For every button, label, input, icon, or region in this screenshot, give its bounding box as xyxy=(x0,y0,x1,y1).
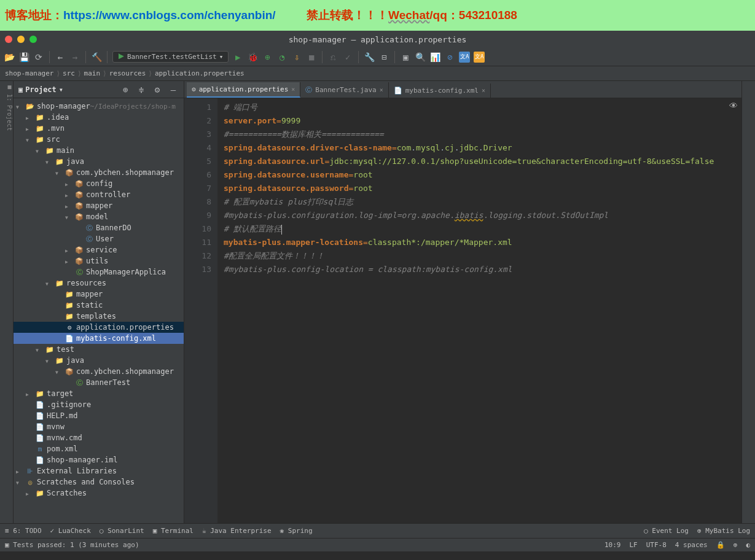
tree-item[interactable]: 📄mybatis-config.xml xyxy=(14,333,184,344)
tree-item[interactable]: mpom.xml xyxy=(14,443,184,454)
search-icon[interactable]: 🔍 xyxy=(415,52,426,63)
tree-item[interactable]: ⒸBannerTest xyxy=(14,377,184,388)
left-tool-rail[interactable]: ■ 1: Project ⊡ 7: Structure ★ 2: Favorit… xyxy=(0,81,14,523)
editor-tab[interactable]: ⒸBannerTest.java× xyxy=(300,82,388,98)
tool-window-tab[interactable]: ▣ Terminal xyxy=(153,527,194,535)
status-cell[interactable]: 🔒 xyxy=(716,541,725,549)
status-cell[interactable]: ⊕ xyxy=(733,541,738,549)
profile-icon[interactable]: ◔ xyxy=(276,52,288,63)
minimize-window-icon[interactable] xyxy=(17,36,25,43)
back-icon[interactable]: ← xyxy=(55,52,66,63)
translate-icon[interactable]: 文A xyxy=(459,52,470,63)
tree-item[interactable]: ⊪External Libraries xyxy=(14,465,184,476)
tree-item[interactable]: 📁mapper xyxy=(14,289,184,300)
gear-icon[interactable]: ⚙ xyxy=(152,84,163,95)
hide-icon[interactable]: — xyxy=(168,84,179,95)
code-editor[interactable]: 👁 12345678910111213 # 端口号server.port=999… xyxy=(184,98,741,523)
tree-item[interactable]: 📦com.ybchen.shopmanager xyxy=(14,167,184,178)
tree-item[interactable]: 📄shop-manager.iml xyxy=(14,454,184,465)
breadcrumb-item[interactable]: application.properties xyxy=(155,69,249,77)
tree-item[interactable]: 📁test xyxy=(14,344,184,355)
status-cell[interactable]: 4 spaces xyxy=(675,541,708,549)
close-tab-icon[interactable]: × xyxy=(380,87,383,93)
vcs-icon[interactable]: ⎌ xyxy=(327,52,338,63)
maximize-window-icon[interactable] xyxy=(29,36,37,43)
status-cell[interactable]: ◐ xyxy=(746,541,750,549)
tree-item[interactable]: 📄mvnw.cmd xyxy=(14,432,184,443)
status-cell[interactable]: UTF-8 xyxy=(646,541,667,549)
breadcrumb-item[interactable]: main xyxy=(84,69,109,77)
tree-item[interactable]: 📦service xyxy=(14,244,184,255)
window-traffic-lights[interactable] xyxy=(5,36,37,43)
project-view-selector[interactable]: ▣ Project ▾ xyxy=(18,85,63,94)
translate2-icon[interactable]: 文A xyxy=(474,52,485,63)
tool-window-tab[interactable]: ❀ Spring xyxy=(280,527,313,535)
breadcrumb-item[interactable]: src xyxy=(63,69,84,77)
tree-item[interactable]: ⚙application.properties xyxy=(14,322,184,333)
tree-item[interactable]: 📄.gitignore xyxy=(14,399,184,410)
inspections-icon[interactable]: 👁 xyxy=(729,101,738,111)
close-tab-icon[interactable]: × xyxy=(291,86,295,93)
tree-item[interactable]: ◎Scratches and Consoles xyxy=(14,476,184,488)
run-icon[interactable]: ▶ xyxy=(232,52,243,63)
tree-item[interactable]: 📁src xyxy=(14,134,184,145)
forward-icon[interactable]: → xyxy=(69,52,80,63)
project-tool-tab[interactable]: ■ 1: Project xyxy=(6,84,13,521)
editor-tab[interactable]: ⚙application.properties× xyxy=(187,82,300,98)
tree-item[interactable]: 📦com.ybchen.shopmanager xyxy=(14,366,184,377)
tree-item[interactable]: 📁java xyxy=(14,355,184,366)
tree-item[interactable]: 📁main xyxy=(14,145,184,156)
shield-icon[interactable]: ⊘ xyxy=(444,52,455,63)
select-opened-icon[interactable]: ⊕ xyxy=(120,84,131,95)
status-cell[interactable]: LF xyxy=(629,541,637,549)
tool-window-tab[interactable]: ☕ Java Enterprise xyxy=(202,527,272,535)
tree-item[interactable]: ⒸShopManagerApplica xyxy=(14,266,184,278)
wrench-icon[interactable]: 🔧 xyxy=(364,52,375,63)
tree-item[interactable]: 📁.mvn xyxy=(14,123,184,134)
tree-item[interactable]: 📦config xyxy=(14,178,184,189)
attach-icon[interactable]: ⇩ xyxy=(291,52,302,63)
build-icon[interactable]: 🔨 xyxy=(91,52,102,63)
commit-icon[interactable]: ✓ xyxy=(342,52,353,63)
tool-window-tab[interactable]: ≡ 6: TODO xyxy=(5,527,42,535)
pulse-icon[interactable]: 📊 xyxy=(429,52,440,63)
tree-item[interactable]: ⒸUser xyxy=(14,233,184,244)
close-tab-icon[interactable]: × xyxy=(482,87,485,94)
tree-item[interactable]: 📁java xyxy=(14,156,184,167)
settings-icon[interactable]: ⊟ xyxy=(378,52,389,63)
tree-item[interactable]: 📁static xyxy=(14,300,184,311)
tool-window-tab[interactable]: ◯ Event Log xyxy=(644,527,689,535)
editor-tab[interactable]: 📄mybatis-config.xml× xyxy=(389,84,491,98)
tree-item[interactable]: 📁Scratches xyxy=(14,488,184,499)
close-window-icon[interactable] xyxy=(5,36,12,43)
tree-item[interactable]: 📦mapper xyxy=(14,200,184,211)
save-icon[interactable]: 💾 xyxy=(18,52,29,63)
tool-window-tab[interactable]: ⊕ MyBatis Log xyxy=(697,527,750,535)
avatar-icon[interactable]: ▣ xyxy=(400,52,411,63)
code-content[interactable]: # 端口号server.port=9999#===========数据库相关==… xyxy=(217,98,720,523)
coverage-icon[interactable]: ⊕ xyxy=(262,52,273,63)
tool-window-tab[interactable]: ◯ SonarLint xyxy=(100,527,144,535)
expand-all-icon[interactable]: ≑ xyxy=(136,84,147,95)
debug-icon[interactable]: 🐞 xyxy=(247,52,258,63)
breadcrumb-item[interactable]: shop-manager xyxy=(5,69,63,77)
right-tool-rail[interactable] xyxy=(741,81,755,523)
tree-item[interactable]: 📦model xyxy=(14,211,184,222)
status-cell[interactable]: 10:9 xyxy=(604,541,621,549)
tool-window-tab[interactable]: ✓ LuaCheck xyxy=(50,527,91,535)
breadcrumb-item[interactable]: resources xyxy=(109,69,155,77)
run-config-selector[interactable]: ⯈BannerTest.testGetList▾ xyxy=(112,51,229,63)
tree-item[interactable]: 📁resources xyxy=(14,278,184,289)
tree-item[interactable]: ⒸBannerDO xyxy=(14,222,184,233)
tree-item[interactable]: 📦utils xyxy=(14,255,184,266)
tree-item[interactable]: 📦controller xyxy=(14,189,184,200)
tree-item[interactable]: 📄mvnw xyxy=(14,421,184,432)
tree-item[interactable]: 📂shop-manager ~/IdeaProjects/shop-m xyxy=(14,101,184,112)
refresh-icon[interactable]: ⟳ xyxy=(33,52,44,63)
tree-item[interactable]: 📄HELP.md xyxy=(14,410,184,421)
project-tree[interactable]: 📂shop-manager ~/IdeaProjects/shop-m📁.ide… xyxy=(14,98,184,523)
open-icon[interactable]: 📂 xyxy=(4,52,15,63)
tree-item[interactable]: 📁target xyxy=(14,388,184,399)
tree-item[interactable]: 📁templates xyxy=(14,311,184,322)
tree-item[interactable]: 📁.idea xyxy=(14,112,184,123)
